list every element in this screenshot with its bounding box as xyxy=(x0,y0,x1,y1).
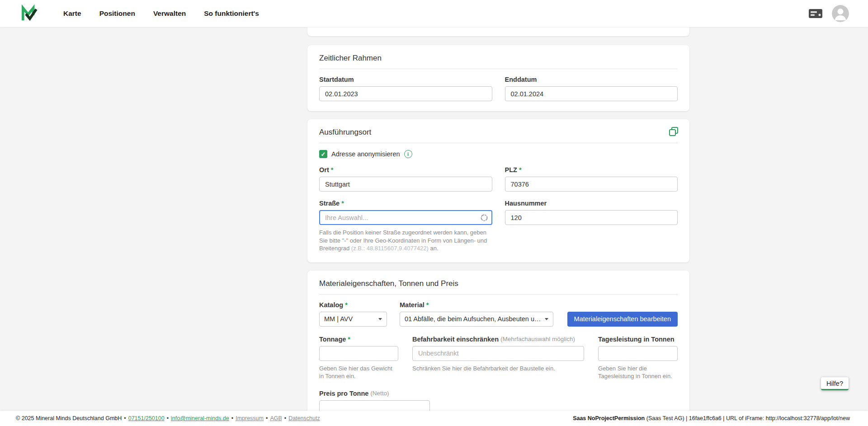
material-select[interactable]: 01 Abfälle, die beim Aufsuchen, Ausbeute… xyxy=(400,312,553,327)
plz-input[interactable] xyxy=(505,177,678,192)
card-title-material: Materialeigenschaften, Tonnen und Preis xyxy=(319,278,678,295)
field-befahrbarkeit: Befahrbarkeit einschränken (Mehrfachausw… xyxy=(412,336,584,373)
befahrbarkeit-label-hint: (Mehrfachauswahl möglich) xyxy=(500,336,575,342)
tonnage-helper: Geben Sie hier das Gewicht in Tonnen ein… xyxy=(319,365,398,380)
card-title-ausfuehrungsort: Ausführungsort xyxy=(319,126,678,143)
preis-label-hint: (Netto) xyxy=(370,390,389,397)
user-avatar[interactable] xyxy=(832,5,849,22)
field-material: Material* 01 Abfälle, die beim Aufsuchen… xyxy=(400,301,553,327)
card-materialeigenschaften: Materialeigenschaften, Tonnen und Preis … xyxy=(307,271,689,426)
befahrbarkeit-label: Befahrbarkeit einschränken (Mehrfachausw… xyxy=(412,336,584,343)
katalog-select[interactable]: MM | AVV xyxy=(319,312,387,327)
ort-input[interactable] xyxy=(319,177,492,192)
copy-icon[interactable] xyxy=(669,126,679,136)
katalog-label: Katalog* xyxy=(319,301,387,309)
card-title-zeitlicher-rahmen: Zeitlicher Rahmen xyxy=(319,52,678,69)
top-nav-bar: Karte Positionen Verwalten So funktionie… xyxy=(0,0,868,27)
field-plz: PLZ* xyxy=(505,166,678,192)
datenschutz-link[interactable]: Datenschutz xyxy=(288,415,320,421)
info-icon[interactable]: i xyxy=(404,150,412,158)
loading-spinner-icon xyxy=(480,214,488,222)
field-startdatum: Startdatum xyxy=(319,76,492,101)
tagesleistung-input[interactable] xyxy=(598,346,678,361)
required-asterisk: * xyxy=(426,301,429,309)
nav-item-verwalten[interactable]: Verwalten xyxy=(153,9,186,18)
preis-label: Preis pro Tonne (Netto) xyxy=(319,390,678,397)
hausnummer-label: Hausnummer xyxy=(505,200,678,207)
app-info-text: (Saas Test AG) | 16fae1ffc6a6 | URL of i… xyxy=(646,415,850,421)
field-tonnage: Tonnage* Geben Sie hier das Gewicht in T… xyxy=(319,336,398,380)
field-tagesleistung: Tagesleistung in Tonnen Geben Sie hier d… xyxy=(598,336,678,380)
befahrbarkeit-input[interactable] xyxy=(412,346,584,361)
required-asterisk: * xyxy=(341,200,344,207)
startdatum-input[interactable] xyxy=(319,86,492,101)
footer-right: Saas NoProjectPermission (Saas Test AG) … xyxy=(573,415,850,421)
check-icon: ✓ xyxy=(321,151,326,157)
card-zeitlicher-rahmen: Zeitlicher Rahmen Startdatum Enddatum xyxy=(307,45,689,111)
strasse-hint-example: (z.B.: 48.8115607,9.4077422) xyxy=(351,245,429,252)
impressum-link[interactable]: Impressum xyxy=(236,415,264,421)
previous-card-partial xyxy=(307,27,689,36)
phone-link[interactable]: 07151/250100 xyxy=(128,415,165,421)
strasse-label: Straße* xyxy=(319,200,492,207)
tonnage-input[interactable] xyxy=(319,346,398,361)
field-hausnummer: Hausnummer xyxy=(505,200,678,225)
hilfe-button[interactable]: Hilfe? xyxy=(821,377,849,390)
footer-left: © 2025 Mineral Minds Deutschland GmbH • … xyxy=(16,415,320,421)
required-asterisk: * xyxy=(331,166,334,173)
card-ausfuehrungsort: Ausführungsort ✓ Adresse anonymisieren i… xyxy=(307,119,689,262)
tonnage-label: Tonnage* xyxy=(319,336,398,343)
terminal-icon[interactable] xyxy=(808,9,823,19)
nav-item-karte[interactable]: Karte xyxy=(63,9,81,18)
strasse-input[interactable] xyxy=(319,210,492,225)
anonymize-checkbox[interactable]: ✓ xyxy=(319,150,327,158)
materialeigenschaften-bearbeiten-button[interactable]: Materialeigenschaften bearbeiten xyxy=(567,312,678,327)
ort-label: Ort* xyxy=(319,166,492,173)
hausnummer-input[interactable] xyxy=(505,210,678,225)
app-name-text: Saas NoProjectPermission xyxy=(573,415,645,421)
chevron-down-icon xyxy=(545,318,548,320)
header-right xyxy=(808,5,849,22)
nav-item-positionen[interactable]: Positionen xyxy=(99,9,135,18)
anonymize-label: Adresse anonymisieren xyxy=(331,150,400,158)
nav-item-so-funktionierts[interactable]: So funktioniert's xyxy=(204,9,259,18)
agb-link[interactable]: AGB xyxy=(270,415,282,421)
email-link[interactable]: info@mineral-minds.de xyxy=(171,415,229,421)
strasse-hint: Falls die Position keiner Straße zugeord… xyxy=(319,229,492,253)
chevron-down-icon xyxy=(378,318,382,320)
tagesleistung-label: Tagesleistung in Tonnen xyxy=(598,336,678,343)
material-label: Material* xyxy=(400,301,553,309)
main-nav: Karte Positionen Verwalten So funktionie… xyxy=(63,9,259,18)
befahrbarkeit-helper: Schränken Sie hier die Befahrbarkeit der… xyxy=(412,365,584,373)
logo-icon xyxy=(21,5,38,23)
mineral-minds-logo[interactable] xyxy=(21,5,38,23)
plz-label: PLZ* xyxy=(505,166,678,173)
required-asterisk: * xyxy=(345,301,348,309)
field-katalog: Katalog* MM | AVV xyxy=(319,301,387,327)
copyright-text: © 2025 Mineral Minds Deutschland GmbH xyxy=(16,415,122,421)
field-strasse: Straße* Falls die Position keiner Straße… xyxy=(319,200,492,253)
form-column: Zeitlicher Rahmen Startdatum Enddatum xyxy=(307,27,689,426)
anonymize-row: ✓ Adresse anonymisieren i xyxy=(319,150,678,158)
required-asterisk: * xyxy=(519,166,522,173)
field-ort: Ort* xyxy=(319,166,492,192)
field-enddatum: Enddatum xyxy=(505,76,678,101)
enddatum-label: Enddatum xyxy=(505,76,678,83)
enddatum-input[interactable] xyxy=(505,86,678,101)
footer: © 2025 Mineral Minds Deutschland GmbH • … xyxy=(0,411,868,426)
required-asterisk: * xyxy=(348,336,350,343)
tagesleistung-helper: Geben Sie hier die Tagesleistung in Tonn… xyxy=(598,365,678,380)
startdatum-label: Startdatum xyxy=(319,76,492,83)
